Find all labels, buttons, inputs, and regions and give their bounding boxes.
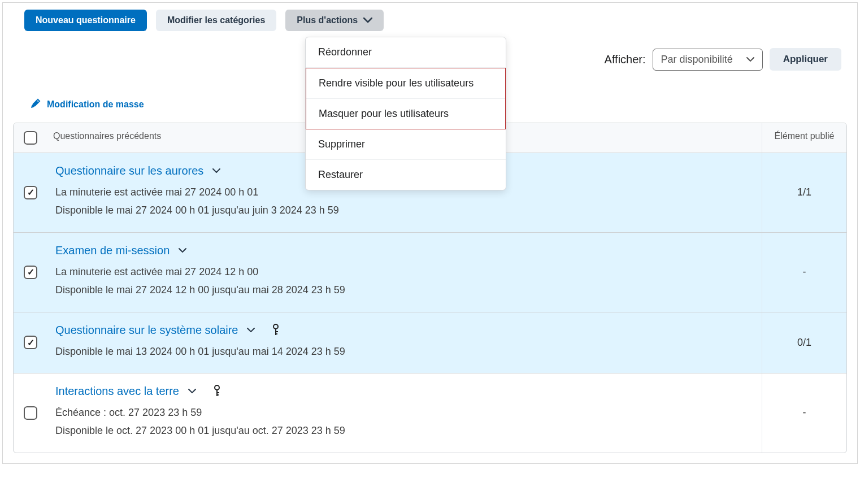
- page-frame: Nouveau questionnaire Modifier les catég…: [2, 2, 858, 464]
- svg-point-0: [273, 324, 278, 329]
- quiz-link[interactable]: Questionnaire sur les aurores: [55, 164, 203, 177]
- row-title-wrap: Examen de mi-session: [55, 244, 754, 257]
- menu-item-make-visible[interactable]: Rendre visible pour les utilisateurs: [306, 68, 505, 99]
- table-row: Examen de mi-sessionLa minuterie est act…: [14, 232, 846, 312]
- menu-item-restore[interactable]: Restaurer: [306, 160, 506, 190]
- chevron-down-icon[interactable]: [212, 168, 220, 173]
- more-actions-dropdown: Réordonner Rendre visible pour les utili…: [305, 37, 506, 190]
- chevron-down-icon: [746, 57, 754, 62]
- row-content: Questionnaire sur le système solaireDisp…: [47, 312, 762, 373]
- menu-item-hide[interactable]: Masquer pour les utilisateurs: [306, 99, 505, 129]
- row-detail-line: Disponible le oct. 27 2023 00 h 01 jusqu…: [55, 422, 754, 440]
- chevron-down-icon[interactable]: [247, 328, 255, 333]
- quiz-link[interactable]: Examen de mi-session: [55, 244, 170, 257]
- table-row: Interactions avec la terreÉchéance : oct…: [14, 373, 846, 453]
- edit-categories-label: Modifier les catégories: [167, 15, 265, 25]
- menu-item-label: Réordonner: [318, 46, 372, 58]
- row-detail-line: Échéance : oct. 27 2023 23 h 59: [55, 403, 754, 422]
- quiz-link[interactable]: Questionnaire sur le système solaire: [55, 324, 238, 337]
- row-content: Examen de mi-sessionLa minuterie est act…: [47, 233, 762, 312]
- toolbar: Nouveau questionnaire Modifier les catég…: [13, 10, 847, 31]
- row-checkbox[interactable]: [24, 186, 37, 199]
- chevron-down-icon: [363, 18, 372, 23]
- svg-point-1: [215, 385, 219, 390]
- edit-categories-button[interactable]: Modifier les catégories: [156, 10, 276, 31]
- select-all-checkbox[interactable]: [24, 131, 37, 145]
- new-quiz-label: Nouveau questionnaire: [36, 15, 136, 25]
- menu-item-label: Supprimer: [318, 138, 365, 150]
- key-icon: [213, 385, 221, 397]
- row-published-cell: 1/1: [762, 153, 846, 232]
- more-actions-label: Plus d'actions: [297, 15, 358, 25]
- row-title-wrap: Questionnaire sur le système solaire: [55, 324, 754, 337]
- row-checkbox-cell: [14, 233, 47, 312]
- new-quiz-button[interactable]: Nouveau questionnaire: [24, 10, 147, 31]
- filter-label: Afficher:: [605, 53, 646, 66]
- header-checkbox-cell: [14, 123, 47, 153]
- row-published-cell: -: [762, 233, 846, 312]
- row-checkbox-cell: [14, 373, 47, 453]
- menu-item-delete[interactable]: Supprimer: [306, 129, 506, 160]
- pencil-icon: [30, 98, 41, 111]
- quiz-link[interactable]: Interactions avec la terre: [55, 385, 179, 398]
- row-checkbox-cell: [14, 153, 47, 232]
- menu-item-reorder[interactable]: Réordonner: [306, 37, 506, 68]
- row-checkbox[interactable]: [24, 266, 37, 279]
- chevron-down-icon[interactable]: [179, 248, 186, 253]
- more-actions-button[interactable]: Plus d'actions: [285, 10, 384, 31]
- row-content: Interactions avec la terreÉchéance : oct…: [47, 373, 762, 453]
- chevron-down-icon[interactable]: [188, 389, 196, 394]
- header-published: Élément publié: [762, 123, 846, 153]
- row-checkbox-cell: [14, 312, 47, 373]
- row-detail-line: La minuterie est activée mai 27 2024 12 …: [55, 263, 754, 281]
- menu-highlight-group: Rendre visible pour les utilisateurs Mas…: [306, 68, 506, 129]
- apply-label: Appliquer: [783, 54, 828, 64]
- row-published-cell: 0/1: [762, 312, 846, 373]
- row-detail-line: Disponible le mai 27 2024 12 h 00 jusqu'…: [55, 281, 754, 299]
- apply-button[interactable]: Appliquer: [770, 48, 841, 71]
- row-detail-line: Disponible le mai 13 2024 00 h 01 jusqu'…: [55, 342, 754, 360]
- filter-select-value: Par disponibilité: [661, 54, 733, 66]
- row-published-cell: -: [762, 373, 846, 453]
- menu-item-label: Restaurer: [318, 169, 363, 180]
- row-detail-line: Disponible le mai 27 2024 00 h 01 jusqu'…: [55, 201, 754, 219]
- filter-select[interactable]: Par disponibilité: [653, 49, 763, 71]
- menu-item-label: Rendre visible pour les utilisateurs: [319, 77, 474, 89]
- row-checkbox[interactable]: [24, 336, 37, 349]
- row-checkbox[interactable]: [24, 406, 37, 420]
- key-icon: [272, 324, 280, 336]
- menu-item-label: Masquer pour les utilisateurs: [319, 108, 449, 119]
- bulk-edit-link[interactable]: Modification de masse: [13, 98, 161, 111]
- table-row: Questionnaire sur le système solaireDisp…: [14, 312, 846, 373]
- row-title-wrap: Interactions avec la terre: [55, 385, 754, 398]
- bulk-edit-label: Modification de masse: [47, 99, 144, 110]
